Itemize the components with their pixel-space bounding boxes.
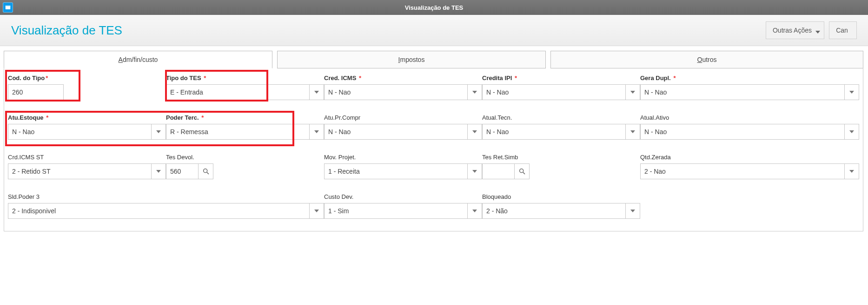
form-row-4: Sld.Poder 3 2 - Indisponivel Custo Dev. …: [8, 191, 859, 221]
label-gera-dupl: Gera Dupl. *: [640, 75, 859, 81]
combo-gera-dupl[interactable]: N - Nao: [640, 84, 859, 100]
label-custo-dev: Custo Dev.: [324, 193, 482, 200]
combo-cred-icms-text: N - Nao: [324, 84, 467, 100]
window-titlebar: Visualização de TES: [0, 0, 868, 15]
label-atu-estoque: Atu.Estoque *: [8, 114, 166, 121]
field-atual-ativo: Atual.Ativo N - Nao: [640, 114, 859, 140]
svg-marker-8: [314, 130, 319, 133]
chevron-down-icon[interactable]: [467, 124, 482, 140]
combo-atu-pr-compr[interactable]: N - Nao: [324, 124, 482, 140]
chevron-down-icon[interactable]: [151, 163, 166, 179]
combo-credita-ipi[interactable]: N - Nao: [482, 84, 640, 100]
combo-atu-pr-compr-text: N - Nao: [324, 124, 467, 140]
chevron-down-icon[interactable]: [625, 124, 640, 140]
page-title: Visualização de TES: [11, 23, 122, 38]
field-poder-terc: Poder Terc. * R - Remessa: [166, 114, 324, 140]
chevron-down-icon[interactable]: [151, 124, 166, 140]
other-actions-button[interactable]: Outras Ações: [766, 21, 824, 39]
svg-marker-6: [849, 91, 854, 94]
field-spacer: [640, 193, 859, 219]
chevron-down-icon[interactable]: [625, 203, 640, 219]
tab-strip: Adm/fin/custo Impostos Outros: [4, 51, 863, 68]
combo-atual-tecn-text: N - Nao: [482, 124, 625, 140]
field-crd-icms-st: Crd.ICMS ST 2 - Retido ST: [8, 154, 166, 179]
combo-qtd-zerada[interactable]: 2 - Nao: [640, 163, 859, 179]
combo-poder-terc[interactable]: R - Remessa: [166, 124, 324, 140]
label-credita-ipi: Credita IPI *: [482, 75, 640, 81]
input-tes-ret-simb[interactable]: [482, 163, 515, 179]
combo-gera-dupl-text: N - Nao: [640, 84, 844, 100]
header-actions: Outras Ações Can: [766, 21, 857, 39]
cancel-button[interactable]: Can: [829, 21, 857, 39]
lookup-tes-ret-simb[interactable]: [482, 163, 640, 179]
field-sld-poder-3: Sld.Poder 3 2 - Indisponivel: [8, 193, 324, 219]
form-panel: Cod. do Tipo* Tipo do TES * E - Entrada …: [4, 68, 863, 231]
svg-point-16: [519, 169, 523, 173]
svg-point-13: [203, 169, 207, 173]
label-crd-icms-st: Crd.ICMS ST: [8, 154, 166, 161]
svg-marker-19: [314, 210, 319, 212]
search-icon[interactable]: [515, 163, 530, 179]
field-bloqueado: Bloqueado 2 - Não: [482, 193, 640, 219]
label-atu-pr-compr: Atu.Pr.Compr: [324, 114, 482, 121]
label-sld-poder-3: Sld.Poder 3: [8, 193, 324, 200]
combo-atual-tecn[interactable]: N - Nao: [482, 124, 640, 140]
combo-atual-ativo[interactable]: N - Nao: [640, 124, 859, 140]
combo-atu-estoque-text: N - Nao: [8, 124, 151, 140]
combo-sld-poder-3[interactable]: 2 - Indisponivel: [8, 203, 324, 219]
chevron-down-icon[interactable]: [467, 84, 482, 100]
field-credita-ipi: Credita IPI * N - Nao: [482, 75, 640, 100]
chevron-down-icon[interactable]: [309, 203, 324, 219]
combo-atu-estoque[interactable]: N - Nao: [8, 124, 166, 140]
window-title: Visualização de TES: [405, 4, 463, 11]
field-gera-dupl: Gera Dupl. * N - Nao: [640, 75, 859, 100]
svg-marker-15: [472, 170, 477, 173]
tab-label: mpostos: [400, 56, 424, 63]
combo-tipo-tes[interactable]: E - Entrada: [166, 84, 324, 100]
field-mov-projet: Mov. Projet. 1 - Receita: [324, 154, 482, 179]
svg-marker-7: [156, 130, 161, 133]
label-cred-icms: Cred. ICMS *: [324, 75, 482, 81]
combo-poder-terc-text: R - Remessa: [166, 124, 309, 140]
field-atual-tecn: Atual.Tecn. N - Nao: [482, 114, 640, 140]
chevron-down-icon[interactable]: [844, 124, 859, 140]
combo-bloqueado-text: 2 - Não: [482, 203, 625, 219]
svg-marker-12: [156, 170, 161, 173]
tab-impostos[interactable]: Impostos: [277, 51, 546, 68]
chevron-down-icon[interactable]: [309, 84, 324, 100]
chevron-down-icon: [815, 28, 820, 36]
svg-marker-21: [630, 210, 635, 212]
combo-bloqueado[interactable]: 2 - Não: [482, 203, 640, 219]
tab-outros[interactable]: Outros: [550, 51, 863, 68]
label-tes-devol: Tes Devol.: [166, 154, 324, 161]
chevron-down-icon[interactable]: [844, 163, 859, 179]
combo-sld-poder-3-text: 2 - Indisponivel: [8, 203, 309, 219]
chevron-down-icon[interactable]: [467, 203, 482, 219]
svg-line-17: [523, 172, 525, 174]
tab-label: utros: [702, 56, 716, 63]
field-atu-pr-compr: Atu.Pr.Compr N - Nao: [324, 114, 482, 140]
label-mov-projet: Mov. Projet.: [324, 154, 482, 161]
chevron-down-icon[interactable]: [467, 163, 482, 179]
svg-line-14: [207, 172, 209, 174]
tab-adm-fin-custo[interactable]: Adm/fin/custo: [4, 51, 272, 68]
combo-atual-ativo-text: N - Nao: [640, 124, 844, 140]
chevron-down-icon[interactable]: [625, 84, 640, 100]
chevron-down-icon[interactable]: [844, 84, 859, 100]
page-header: Visualização de TES Outras Ações Can: [0, 15, 868, 46]
svg-marker-5: [630, 91, 635, 94]
combo-mov-projet[interactable]: 1 - Receita: [324, 163, 482, 179]
lookup-tes-devol[interactable]: [166, 163, 324, 179]
label-poder-terc: Poder Terc. *: [166, 114, 324, 121]
combo-custo-dev[interactable]: 1 - Sim: [324, 203, 482, 219]
chevron-down-icon[interactable]: [309, 124, 324, 140]
input-tes-devol[interactable]: [166, 163, 199, 179]
combo-cred-icms[interactable]: N - Nao: [324, 84, 482, 100]
svg-marker-9: [472, 130, 477, 133]
input-cod-tipo[interactable]: [8, 84, 64, 100]
combo-crd-icms-st[interactable]: 2 - Retido ST: [8, 163, 166, 179]
combo-credita-ipi-text: N - Nao: [482, 84, 625, 100]
search-icon[interactable]: [199, 163, 213, 179]
field-tes-ret-simb: Tes Ret.Simb: [482, 154, 640, 179]
svg-marker-20: [472, 210, 477, 212]
